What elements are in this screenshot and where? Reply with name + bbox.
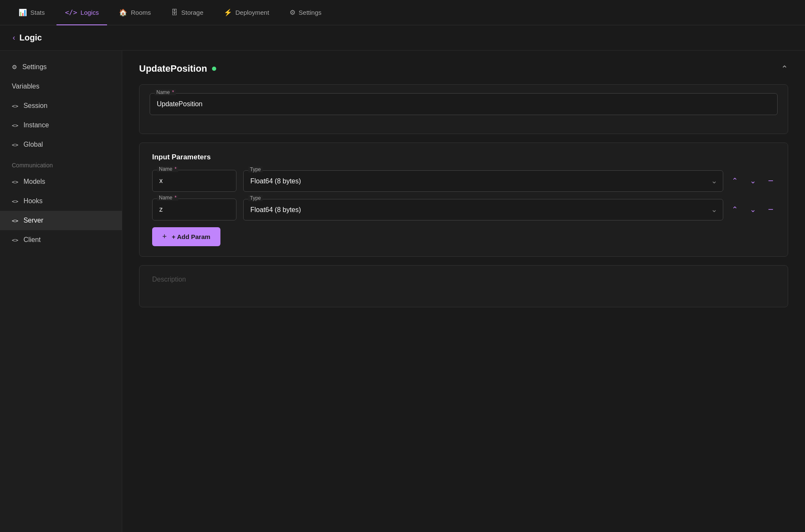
param-z-name-input[interactable]	[152, 199, 236, 220]
client-code-icon: <>	[12, 237, 19, 243]
sidebar-item-server[interactable]: <> Server	[0, 211, 122, 230]
name-required-marker: *	[172, 89, 174, 95]
settings-nav-icon: ⚙	[290, 8, 295, 16]
input-params-title: Input Parameters	[152, 153, 775, 161]
param-z-actions: ⌃ ⌄ −	[730, 202, 775, 217]
input-params-card: Input Parameters Name * Type Float64 (8 …	[139, 142, 788, 257]
logic-header: UpdatePosition ⌃	[139, 63, 788, 74]
sidebar-item-instance[interactable]: <> Instance	[0, 116, 122, 135]
storage-icon: 🗄	[171, 9, 178, 16]
sidebar-item-global[interactable]: <> Global	[0, 135, 122, 154]
content-area: UpdatePosition ⌃ Name * Input Parameters	[122, 51, 805, 532]
collapse-button[interactable]: ⌃	[781, 64, 788, 74]
description-placeholder: Description	[152, 276, 186, 283]
name-field-label: Name *	[155, 89, 176, 95]
top-nav: 📊 Stats </> Logics 🏠 Rooms 🗄 Storage ⚡ D…	[0, 0, 805, 25]
logic-name-title: UpdatePosition	[139, 63, 207, 74]
param-x-name-label: Name *	[157, 166, 178, 172]
models-code-icon: <>	[12, 179, 19, 185]
sidebar-item-settings[interactable]: ⚙ Settings	[0, 57, 122, 77]
param-z-move-up-button[interactable]: ⌃	[730, 203, 740, 216]
nav-settings[interactable]: ⚙ Settings	[281, 0, 330, 25]
page-title: Logic	[19, 33, 42, 43]
instance-code-icon: <>	[12, 122, 19, 129]
param-z-name-wrap: Name *	[152, 199, 236, 220]
logic-name-input[interactable]	[150, 93, 778, 115]
sidebar-item-client[interactable]: <> Client	[0, 230, 122, 250]
param-z-remove-button[interactable]: −	[766, 202, 775, 217]
param-z-type-select[interactable]: Float64 (8 bytes) Float32 (4 bytes) Int3…	[243, 199, 723, 220]
sidebar-item-hooks[interactable]: <> Hooks	[0, 191, 122, 211]
breadcrumb: ‹ Logic	[0, 25, 805, 51]
sidebar: ⚙ Settings Variables <> Session <> Insta…	[0, 51, 122, 532]
logics-icon: </>	[65, 8, 77, 16]
param-x-type-select[interactable]: Float64 (8 bytes) Float32 (4 bytes) Int3…	[243, 170, 723, 192]
param-row-x: Name * Type Float64 (8 bytes) Float32 (4…	[152, 170, 775, 192]
session-code-icon: <>	[12, 103, 19, 109]
param-x-name-wrap: Name *	[152, 170, 236, 192]
communication-section-label: Communication	[0, 154, 122, 172]
nav-storage[interactable]: 🗄 Storage	[163, 0, 212, 25]
gear-icon: ⚙	[12, 64, 17, 70]
nav-rooms[interactable]: 🏠 Rooms	[110, 0, 159, 25]
param-z-move-down-button[interactable]: ⌄	[748, 203, 758, 216]
param-z-name-label: Name *	[157, 195, 178, 201]
param-x-remove-button[interactable]: −	[766, 174, 775, 188]
param-x-type-wrap: Type Float64 (8 bytes) Float32 (4 bytes)…	[243, 170, 723, 192]
param-x-move-up-button[interactable]: ⌃	[730, 175, 740, 187]
param-x-type-label: Type	[248, 167, 263, 172]
nav-logics[interactable]: </> Logics	[56, 0, 107, 25]
rooms-icon: 🏠	[119, 8, 127, 16]
name-form-card: Name *	[139, 84, 788, 134]
deployment-icon: ⚡	[224, 8, 232, 16]
logic-title-row: UpdatePosition	[139, 63, 216, 74]
param-row-z: Name * Type Float64 (8 bytes) Float32 (4…	[152, 199, 775, 220]
status-dot	[212, 67, 216, 71]
sidebar-item-models[interactable]: <> Models	[0, 172, 122, 191]
nav-deployment[interactable]: ⚡ Deployment	[215, 0, 278, 25]
param-z-required: *	[174, 195, 177, 201]
back-button[interactable]: ‹	[13, 33, 15, 42]
param-z-type-label: Type	[248, 195, 263, 201]
param-x-actions: ⌃ ⌄ −	[730, 174, 775, 188]
stats-icon: 📊	[19, 8, 27, 16]
main-layout: ⚙ Settings Variables <> Session <> Insta…	[0, 51, 805, 532]
param-x-required: *	[174, 166, 177, 172]
param-x-name-input[interactable]	[152, 170, 236, 192]
nav-stats[interactable]: 📊 Stats	[10, 0, 53, 25]
name-field-wrap: Name *	[150, 93, 778, 115]
server-code-icon: <>	[12, 218, 19, 224]
param-z-type-wrap: Type Float64 (8 bytes) Float32 (4 bytes)…	[243, 199, 723, 220]
hooks-code-icon: <>	[12, 198, 19, 204]
sidebar-item-session[interactable]: <> Session	[0, 96, 122, 116]
description-card[interactable]: Description	[139, 265, 788, 307]
param-x-move-down-button[interactable]: ⌄	[748, 175, 758, 187]
plus-icon: +	[162, 232, 167, 241]
add-param-button[interactable]: + + Add Param	[152, 227, 220, 246]
sidebar-item-variables[interactable]: Variables	[0, 77, 122, 96]
global-code-icon: <>	[12, 142, 19, 148]
